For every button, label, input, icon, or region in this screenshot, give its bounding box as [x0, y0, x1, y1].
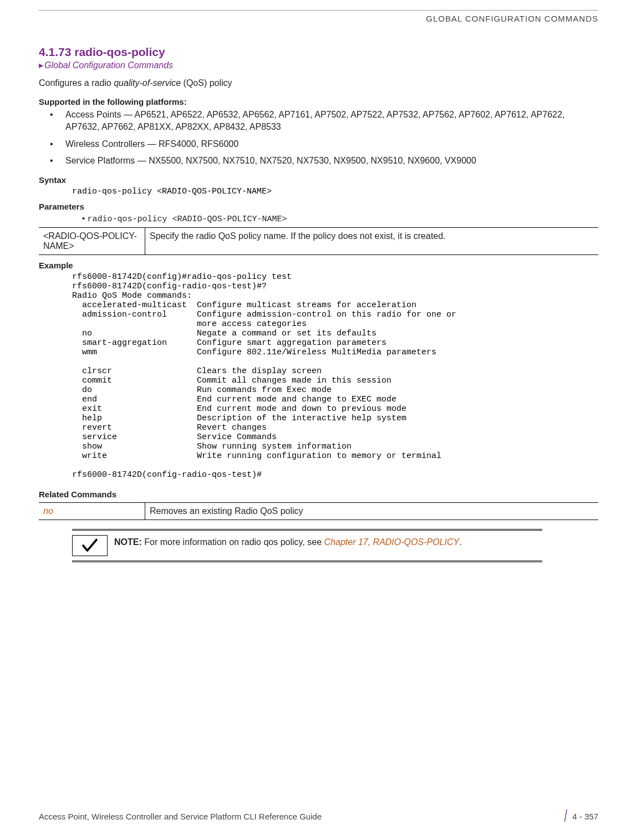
footer-page: / 4 - 357	[563, 811, 598, 821]
note-link[interactable]: Chapter 17, RADIO-QOS-POLICY	[324, 537, 460, 547]
slash-icon: /	[564, 811, 567, 821]
desc-text-pre: Configures a radio	[39, 78, 114, 88]
footer-doc-title: Access Point, Wireless Controller and Se…	[39, 812, 322, 821]
list-item: Service Platforms — NX5500, NX7500, NX75…	[65, 155, 598, 167]
table-row: <RADIO-QOS-POLICY-NAME> Specify the radi…	[39, 227, 598, 254]
related-commands-heading: Related Commands	[39, 490, 598, 499]
param-name-cell: <RADIO-QOS-POLICY-NAME>	[39, 227, 145, 254]
list-item: Wireless Controllers — RFS4000, RFS6000	[65, 138, 598, 150]
breadcrumb[interactable]: ▸Global Configuration Commands	[39, 60, 598, 70]
section-heading: 4.1.73 radio-qos-policy	[39, 45, 598, 59]
section-number: 4.1.73	[39, 45, 71, 58]
note-block: NOTE: For more information on radio qos …	[72, 529, 542, 562]
section-title: radio-qos-policy	[74, 45, 165, 58]
example-code: rfs6000-81742D(config)#radio-qos-policy …	[72, 272, 598, 480]
related-cmd-cell[interactable]: no	[39, 502, 145, 520]
related-cmd-link[interactable]: no	[43, 506, 53, 516]
list-item: Access Points — AP6521, AP6522, AP6532, …	[65, 109, 598, 134]
example-heading: Example	[39, 261, 598, 270]
page-footer: Access Point, Wireless Controller and Se…	[39, 811, 598, 821]
triangle-right-icon: ▸	[39, 60, 43, 70]
parameters-line: radio-qos-policy <RADIO-QOS-POLICY-NAME>	[82, 213, 598, 224]
note-label: NOTE:	[114, 537, 142, 547]
running-header: GLOBAL CONFIGURATION COMMANDS	[39, 14, 598, 23]
note-text-pre: For more information on radio qos policy…	[142, 537, 324, 547]
table-row: no Removes an existing Radio QoS policy	[39, 502, 598, 520]
parameters-heading: Parameters	[39, 202, 598, 211]
parameters-table: <RADIO-QOS-POLICY-NAME> Specify the radi…	[39, 227, 598, 255]
syntax-heading: Syntax	[39, 175, 598, 185]
desc-text-post: (QoS) policy	[181, 78, 232, 88]
breadcrumb-label: Global Configuration Commands	[44, 60, 173, 70]
related-commands-table: no Removes an existing Radio QoS policy	[39, 502, 598, 520]
param-desc-cell: Specify the radio QoS policy name. If th…	[145, 227, 599, 254]
related-desc-cell: Removes an existing Radio QoS policy	[145, 502, 599, 520]
note-text: NOTE: For more information on radio qos …	[114, 531, 464, 561]
checkmark-icon	[72, 535, 108, 556]
section-description: Configures a radio quality-of-service (Q…	[39, 78, 598, 88]
platforms-list: Access Points — AP6521, AP6522, AP6532, …	[39, 109, 598, 167]
desc-text-italic: quality-of-service	[114, 78, 181, 88]
syntax-code: radio-qos-policy <RADIO-QOS-POLICY-NAME>	[72, 187, 598, 196]
footer-page-number: 4 - 357	[572, 812, 598, 821]
supported-platforms-heading: Supported in the following platforms:	[39, 97, 598, 106]
note-text-post: .	[459, 537, 461, 547]
